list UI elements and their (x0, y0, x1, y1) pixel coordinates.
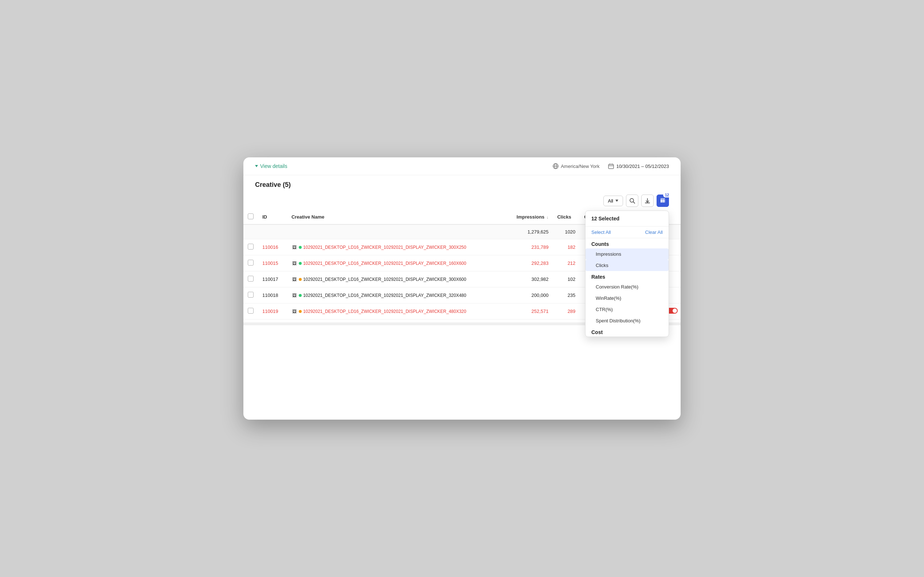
row3-impressions: 302,982 (505, 271, 553, 287)
dropdown-item-clicks[interactable]: Clicks (585, 260, 669, 271)
summary-clicks: 1020 (553, 224, 580, 239)
image-icon: 🖼 (292, 292, 297, 298)
row4-id: 110018 (258, 287, 287, 303)
dropdown-actions: Select All Clear All (585, 227, 669, 238)
clear-all-link[interactable]: Clear All (645, 229, 663, 235)
row5-checkbox[interactable] (248, 308, 253, 314)
section-header-rates: Rates (585, 271, 669, 281)
columns-button[interactable]: 12 (656, 195, 669, 207)
section-header-cost: Cost (585, 326, 669, 337)
dropdown-header: 12 Selected (585, 211, 669, 227)
row4-icons: 🖼 10292021_DESKTOP_LD16_ZWICKER_10292021… (292, 292, 500, 298)
row4-creative-cell: 🖼 10292021_DESKTOP_LD16_ZWICKER_10292021… (287, 287, 505, 303)
row3-checkbox-cell (243, 271, 258, 287)
row3-clicks: 102 (553, 271, 580, 287)
row3-icons: 🖼 10292021_DESKTOP_LD16_ZWICKER_10292021… (292, 276, 500, 282)
page-title: Creative (5) (243, 175, 681, 192)
row5-icons: 🖼 10292021_DESKTOP_LD16_ZWICKER_10292021… (292, 308, 500, 314)
header-clicks: Clicks (553, 210, 580, 224)
row1-impressions: 231,789 (505, 239, 553, 255)
date-range-label: 10/30/2021 – 05/12/2023 (616, 164, 669, 169)
chevron-down-icon (255, 165, 258, 167)
row1-id: 110016 (258, 239, 287, 255)
row2-icons: 🖼 10292021_DESKTOP_LD16_ZWICKER_10292021… (292, 260, 500, 266)
download-icon (645, 198, 650, 204)
status-dot-green (299, 246, 302, 249)
row5-id: 110019 (258, 303, 287, 319)
view-details-button[interactable]: View details (255, 163, 287, 169)
status-dot-orange (299, 310, 302, 313)
image-icon: 🖼 (292, 276, 297, 282)
row5-impressions: 252,571 (505, 303, 553, 319)
svg-rect-12 (663, 199, 664, 203)
row1-creative-cell: 🖼 10292021_DESKTOP_LD16_ZWICKER_10292021… (287, 239, 505, 255)
dropdown-item-winrate[interactable]: WinRate(%) (585, 292, 669, 304)
row2-creative-name[interactable]: 10292021_DESKTOP_LD16_ZWICKER_10292021_D… (303, 261, 466, 266)
impressions-sort-icon[interactable]: ↓ (547, 215, 549, 219)
top-bar: View details America/New York 10/30/2021 (243, 157, 681, 175)
main-window: View details America/New York 10/30/2021 (243, 157, 681, 420)
row5-checkbox-cell (243, 303, 258, 319)
row4-id-label[interactable]: 110018 (262, 292, 278, 298)
dropdown-item-conversion-rate[interactable]: Conversion Rate(%) (585, 281, 669, 292)
row2-clicks: 212 (553, 255, 580, 271)
timezone-label: America/New York (561, 164, 599, 169)
globe-icon (553, 163, 558, 169)
header-creative-name: Creative Name (287, 210, 505, 224)
header-checkbox-cell (243, 210, 258, 224)
search-icon (629, 198, 635, 204)
row1-icons: 🖼 10292021_DESKTOP_LD16_ZWICKER_10292021… (292, 244, 500, 250)
section-header-counts: Counts (585, 238, 669, 248)
calendar-icon (608, 163, 614, 169)
select-all-checkbox[interactable] (248, 213, 253, 219)
row5-creative-name[interactable]: 10292021_DESKTOP_LD16_ZWICKER_10292021_D… (303, 309, 466, 314)
svg-rect-11 (661, 199, 662, 203)
row4-creative-name[interactable]: 10292021_DESKTOP_LD16_ZWICKER_10292021_D… (303, 293, 466, 298)
row4-checkbox-cell (243, 287, 258, 303)
filter-dropdown[interactable]: All (603, 196, 623, 206)
summary-impressions: 1,279,625 (505, 224, 553, 239)
row2-checkbox[interactable] (248, 260, 253, 266)
row1-creative-name[interactable]: 10292021_DESKTOP_LD16_ZWICKER_10292021_D… (303, 245, 466, 250)
top-bar-right: America/New York 10/30/2021 – 05/12/2023 (553, 163, 669, 169)
svg-rect-3 (608, 164, 614, 169)
view-details-label: View details (260, 163, 287, 169)
date-range-info: 10/30/2021 – 05/12/2023 (608, 163, 669, 169)
summary-checkbox-cell (243, 224, 258, 239)
dropdown-item-ctr[interactable]: CTR(%) (585, 304, 669, 315)
image-icon: 🖼 (292, 260, 297, 266)
image-icon: 🖼 (292, 308, 297, 314)
dropdown-item-spent-distribution[interactable]: Spent Distribution(%) (585, 315, 669, 326)
row2-checkbox-cell (243, 255, 258, 271)
summary-name-cell (287, 224, 505, 239)
row4-checkbox[interactable] (248, 292, 253, 298)
selected-count-label: 12 Selected (591, 216, 619, 221)
columns-dropdown-panel: 12 Selected Select All Clear All Counts … (585, 211, 669, 337)
row2-id: 110015 (258, 255, 287, 271)
dropdown-item-impressions[interactable]: Impressions (585, 248, 669, 260)
search-button[interactable] (626, 195, 639, 207)
status-dot-orange (299, 278, 302, 281)
svg-line-8 (633, 202, 635, 203)
image-icon: 🖼 (292, 244, 297, 250)
svg-rect-13 (664, 199, 665, 203)
header-id: ID (258, 210, 287, 224)
status-dot-green (299, 262, 302, 265)
row1-checkbox[interactable] (248, 244, 253, 250)
row3-checkbox[interactable] (248, 276, 253, 282)
columns-badge: 12 (663, 193, 671, 197)
row2-creative-cell: 🖼 10292021_DESKTOP_LD16_ZWICKER_10292021… (287, 255, 505, 271)
status-dot-green (299, 294, 302, 297)
row4-clicks: 235 (553, 287, 580, 303)
select-all-link[interactable]: Select All (591, 229, 611, 235)
timezone-info: America/New York (553, 163, 599, 169)
row3-creative-name[interactable]: 10292021_DESKTOP_LD16_ZWICKER_10292021_D… (303, 277, 466, 282)
row3-id-label[interactable]: 110017 (262, 276, 278, 282)
row2-impressions: 292,283 (505, 255, 553, 271)
header-impressions: Impressions ↓ (505, 210, 553, 224)
columns-icon (660, 198, 666, 204)
row3-id: 110017 (258, 271, 287, 287)
toolbar: All 12 (243, 192, 681, 210)
download-button[interactable] (641, 195, 654, 207)
filter-option-label: All (608, 198, 613, 204)
